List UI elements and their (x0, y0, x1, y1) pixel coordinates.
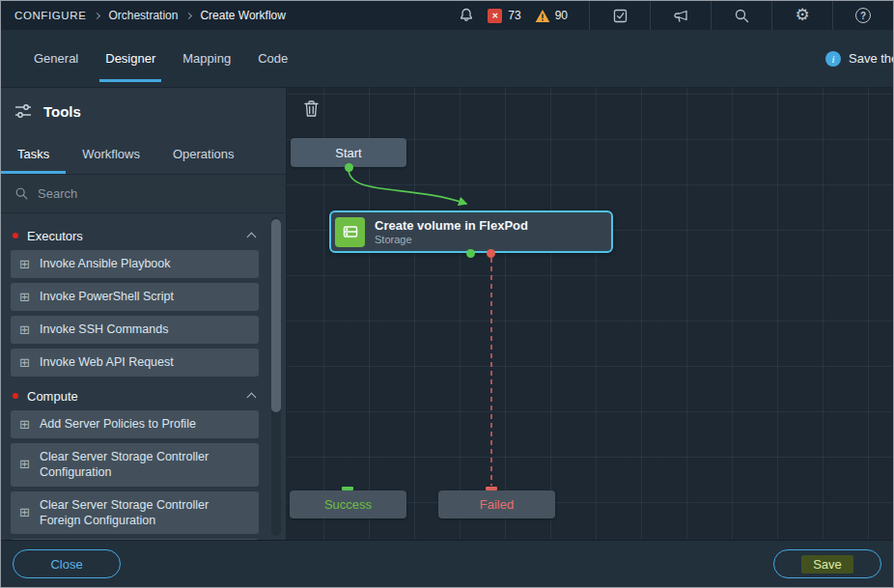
tools-search-row (1, 175, 286, 213)
error-count[interactable]: 73 (508, 9, 520, 22)
task-failed-port[interactable] (487, 249, 495, 258)
chevron-up-icon[interactable] (247, 233, 257, 242)
search-icon[interactable] (712, 1, 771, 30)
topbar: CONFIGURE Orchestration Create Workflow … (1, 1, 893, 30)
error-badge-icon[interactable] (488, 9, 502, 23)
breadcrumb-orchestration[interactable]: Orchestration (108, 9, 178, 22)
task-list: Executors Invoke Ansible Playbook Invoke… (1, 213, 286, 540)
section-label: Compute (27, 389, 78, 404)
red-dot-icon (13, 393, 18, 399)
alert-counters: 73 90 (482, 1, 589, 30)
footer-bar: Close Save (1, 540, 893, 587)
list-item[interactable]: Invoke PowerShell Script (11, 283, 259, 311)
list-item[interactable] (11, 539, 259, 540)
start-node-label: Start (335, 146, 361, 160)
app-window: CONFIGURE Orchestration Create Workflow … (0, 0, 894, 588)
bell-icon[interactable] (451, 1, 482, 30)
list-item[interactable]: Clear Server Storage Controller Configur… (11, 443, 259, 487)
section-executors[interactable]: Executors (11, 221, 259, 250)
tools-panel: Tools Tasks Workflows Operations Executo… (1, 88, 287, 540)
tab-code[interactable]: Code (244, 30, 301, 87)
tools-tab-workflows[interactable]: Workflows (66, 134, 156, 174)
task-node-subtitle: Storage (375, 234, 528, 245)
tab-general[interactable]: General (20, 30, 92, 87)
settings-gear-icon[interactable] (772, 1, 832, 30)
list-item[interactable]: Invoke Ansible Playbook (11, 250, 259, 278)
success-node[interactable]: Success (290, 490, 406, 518)
tools-filter-icon[interactable] (14, 103, 32, 119)
help-icon[interactable] (833, 1, 893, 30)
tools-tab-operations[interactable]: Operations (156, 134, 251, 174)
success-connector[interactable] (349, 169, 466, 204)
search-icon (14, 186, 29, 201)
save-hint: Save the (825, 30, 893, 87)
tools-header: Tools (1, 88, 286, 134)
tools-tabs: Tasks Workflows Operations (1, 134, 286, 175)
start-output-port[interactable] (345, 163, 353, 172)
warning-counter[interactable]: 90 (535, 9, 575, 23)
task-node[interactable]: Create volume in FlexPod Storage (329, 210, 613, 253)
breadcrumb-create-workflow: Create Workflow (200, 9, 285, 22)
chevron-right-icon (94, 12, 100, 18)
megaphone-icon[interactable] (651, 1, 711, 30)
search-input[interactable] (38, 186, 231, 201)
section-label: Executors (27, 229, 83, 243)
breadcrumb: CONFIGURE Orchestration Create Workflow (14, 9, 286, 22)
storage-icon (335, 217, 365, 247)
failed-node[interactable]: Failed (438, 490, 555, 518)
warning-count: 90 (555, 9, 568, 22)
save-button-label: Save (801, 555, 853, 574)
tab-mapping[interactable]: Mapping (169, 30, 244, 87)
list-item[interactable]: Add Server Policies to Profile (11, 410, 259, 438)
scrollbar-track[interactable] (271, 217, 281, 536)
warning-triangle-icon (535, 9, 550, 23)
tools-title: Tools (43, 103, 81, 120)
save-hint-text: Save the (849, 51, 893, 66)
chevron-right-icon (185, 12, 192, 18)
trash-icon[interactable] (303, 99, 320, 122)
failed-node-label: Failed (480, 497, 514, 512)
tab-designer[interactable]: Designer (92, 30, 169, 87)
task-node-text: Create volume in FlexPod Storage (375, 218, 528, 245)
workflow-tabs-bar: General Designer Mapping Code Save the (1, 30, 893, 88)
list-item[interactable]: Invoke Web API Request (11, 349, 259, 377)
workflow-canvas[interactable]: Start Create volume in FlexPod Storage (287, 88, 893, 540)
list-item[interactable]: Invoke SSH Commands (11, 316, 259, 344)
breadcrumb-configure[interactable]: CONFIGURE (14, 10, 86, 21)
save-button[interactable]: Save (773, 549, 881, 578)
topbar-actions: 73 90 (451, 1, 893, 30)
success-node-label: Success (324, 497, 372, 512)
scrollbar-thumb[interactable] (271, 219, 281, 412)
main-area: Tools Tasks Workflows Operations Executo… (1, 88, 893, 540)
list-item[interactable]: Clear Server Storage Controller Foreign … (11, 491, 259, 535)
red-dot-icon (13, 233, 18, 238)
task-node-title: Create volume in FlexPod (375, 218, 528, 233)
task-success-port[interactable] (466, 249, 475, 258)
section-compute[interactable]: Compute (11, 381, 259, 410)
close-button[interactable]: Close (13, 549, 121, 578)
info-icon (825, 51, 841, 67)
tasks-check-icon[interactable] (590, 1, 650, 30)
chevron-up-icon[interactable] (247, 393, 257, 403)
tools-tab-tasks[interactable]: Tasks (1, 134, 66, 174)
